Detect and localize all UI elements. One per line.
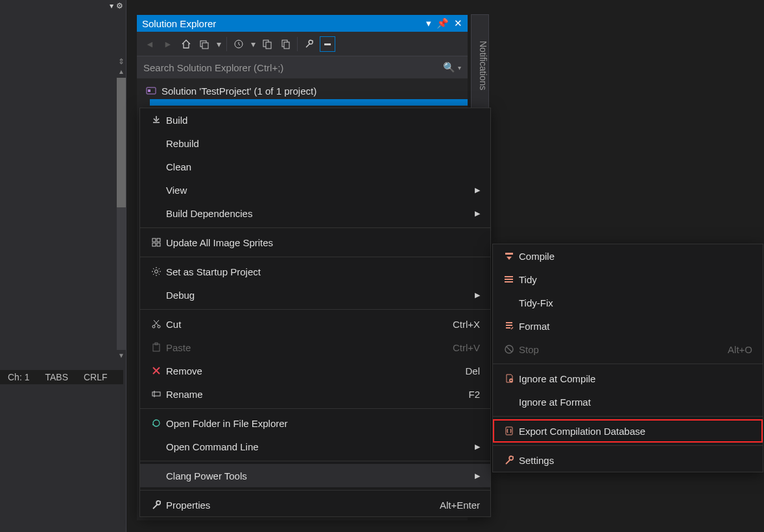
menu-separator [140, 461, 490, 461]
tree-project-row[interactable] [150, 99, 468, 106]
search-icon[interactable]: 🔍 [443, 62, 455, 73]
menu-item-label: Tidy [519, 274, 752, 285]
search-placeholder: Search Solution Explorer (Ctrl+;) [143, 62, 283, 73]
pin-icon[interactable]: 📌 [436, 17, 449, 29]
cut-icon [147, 319, 166, 329]
context-menu: BuildRebuildCleanView▶Build Dependencies… [139, 108, 491, 517]
svg-point-16 [158, 325, 160, 328]
scrollbar-thumb[interactable] [117, 78, 126, 207]
notifications-tab[interactable]: Notifications [471, 14, 489, 111]
menu-item-rebuild[interactable]: Rebuild [140, 132, 490, 155]
menu-item-view[interactable]: View▶ [140, 178, 490, 202]
tree-solution-row[interactable]: Solution 'TestProject' (1 of 1 project) [137, 82, 468, 99]
menu-item-stop: StopAlt+O [493, 338, 763, 361]
back-icon[interactable]: ◄ [142, 36, 158, 52]
menu-item-label: Export Compilation Database [519, 426, 752, 437]
scroll-down-icon[interactable]: ▼ [117, 352, 126, 361]
dropdown-icon[interactable]: ▾ [110, 1, 113, 10]
history-icon[interactable] [231, 36, 246, 52]
menu-item-open-folder-in-file-explorer[interactable]: Open Folder in File Explorer [140, 411, 490, 435]
gear-icon[interactable]: ⚙ [116, 1, 123, 10]
menu-item-compile[interactable]: Compile [493, 244, 763, 268]
solution-tree: Solution 'TestProject' (1 of 1 project) [137, 78, 468, 110]
solution-icon [146, 86, 156, 95]
properties-icon[interactable] [302, 36, 317, 52]
scrollbar[interactable] [117, 78, 126, 350]
menu-item-label: Update All Image Sprites [166, 237, 480, 248]
preview-icon[interactable] [320, 36, 335, 52]
clang-submenu: CompileTidyTidy-FixFormatStopAlt+OIgnore… [492, 244, 763, 472]
menu-separator [493, 416, 763, 417]
menu-item-rename[interactable]: RenameF2 [140, 382, 490, 406]
svg-rect-12 [152, 243, 156, 246]
submenu-arrow-icon: ▶ [475, 209, 480, 218]
menu-item-label: Open Folder in File Explorer [166, 418, 480, 429]
svg-rect-9 [148, 89, 150, 92]
format-icon [499, 321, 519, 331]
compile-icon [499, 251, 519, 261]
menu-item-tidy-fix[interactable]: Tidy-Fix [493, 291, 763, 314]
menu-item-set-as-startup-project[interactable]: Set as Startup Project [140, 260, 490, 283]
svg-rect-11 [157, 238, 160, 242]
menu-item-label: Open Command Line [166, 441, 470, 452]
status-tabs: TABS [45, 372, 68, 382]
menu-item-format[interactable]: Format [493, 314, 763, 338]
menu-item-remove[interactable]: RemoveDel [140, 359, 490, 382]
show-all-icon[interactable] [259, 36, 275, 52]
menu-item-label: Clang Power Tools [166, 470, 470, 481]
svg-point-14 [155, 270, 158, 273]
search-box[interactable]: Search Solution Explorer (Ctrl+;) 🔍 ▾ [137, 56, 468, 78]
close-icon[interactable]: ✕ [454, 17, 462, 29]
menu-separator [140, 227, 490, 228]
svg-rect-17 [153, 344, 160, 351]
forward-icon[interactable]: ► [160, 36, 176, 52]
menu-item-debug[interactable]: Debug▶ [140, 283, 490, 306]
menu-item-update-all-image-sprites[interactable]: Update All Image Sprites [140, 231, 490, 254]
svg-point-15 [152, 325, 155, 328]
menu-item-label: Clean [166, 161, 480, 172]
toolbar-chevron-icon[interactable]: ▾ [249, 36, 257, 52]
submenu-arrow-icon: ▶ [475, 291, 480, 299]
sync-icon[interactable] [197, 36, 212, 52]
svg-rect-4 [266, 42, 271, 49]
panel-dropdown-icon[interactable]: ▾ [426, 17, 431, 29]
svg-rect-26 [506, 427, 512, 435]
copy-icon[interactable] [278, 36, 293, 52]
svg-rect-21 [505, 276, 507, 277]
toolbar-chevron-icon[interactable]: ▾ [215, 36, 222, 52]
splitter-icon[interactable]: ⇕ [117, 57, 126, 67]
editor-area: ▾ ⚙ ⇕ ▲ ▼ Ch: 1 TABS CRLF [0, 0, 126, 532]
panel-title-bar: Solution Explorer ▾ 📌 ✕ [137, 15, 468, 32]
menu-item-cut[interactable]: CutCtrl+X [140, 312, 490, 336]
menu-item-label: Remove [166, 365, 465, 376]
menu-item-label: Tidy-Fix [519, 297, 752, 308]
menu-item-clang-power-tools[interactable]: Clang Power Tools▶ [140, 464, 490, 487]
editor-top-icons: ▾ ⚙ [107, 0, 126, 12]
menu-item-label: Cut [166, 319, 453, 330]
menu-item-settings[interactable]: Settings [493, 448, 763, 472]
scroll-up-icon[interactable]: ▲ [117, 68, 126, 77]
menu-item-build-dependencies[interactable]: Build Dependencies▶ [140, 202, 490, 225]
menu-item-label: Settings [519, 455, 752, 466]
menu-item-label: Stop [519, 344, 728, 355]
menu-item-tidy[interactable]: Tidy [493, 268, 763, 291]
svg-rect-13 [157, 243, 160, 246]
menu-item-label: Paste [166, 342, 453, 353]
home-icon[interactable] [178, 36, 194, 52]
menu-item-open-command-line[interactable]: Open Command Line▶ [140, 435, 490, 458]
menu-item-build[interactable]: Build [140, 108, 490, 132]
gear-icon [147, 266, 166, 277]
search-chevron-icon[interactable]: ▾ [458, 64, 461, 71]
menu-item-clean[interactable]: Clean [140, 155, 490, 178]
menu-item-shortcut: Del [465, 365, 480, 376]
menu-item-export-compilation-database[interactable]: Export Compilation Database [493, 419, 763, 443]
status-crlf: CRLF [84, 372, 108, 382]
wrench-icon [499, 455, 519, 465]
menu-item-ignore-at-format[interactable]: Ignore at Format [493, 390, 763, 413]
menu-item-properties[interactable]: PropertiesAlt+Enter [140, 493, 490, 516]
menu-item-shortcut: Alt+Enter [440, 500, 480, 511]
ignore-compile-icon [499, 373, 519, 384]
menu-item-ignore-at-compile[interactable]: Ignore at Compile [493, 367, 763, 390]
svg-rect-10 [152, 238, 156, 242]
svg-rect-23 [505, 281, 507, 283]
